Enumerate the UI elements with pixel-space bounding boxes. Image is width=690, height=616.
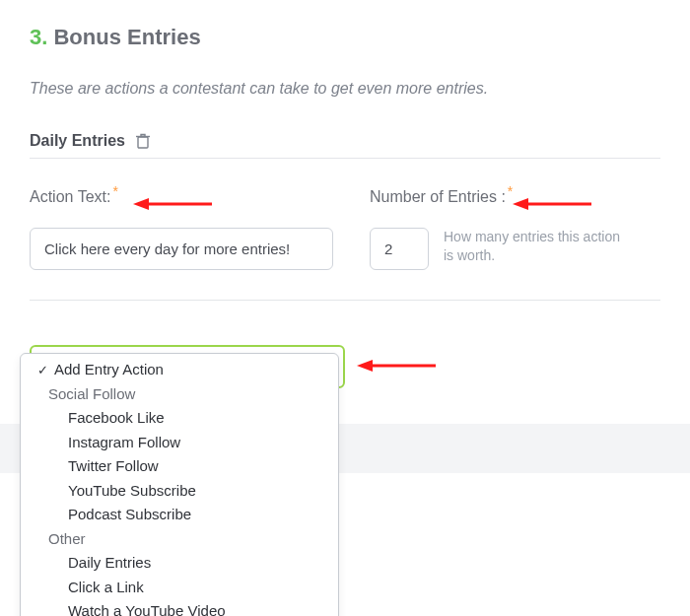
required-asterisk: *	[508, 183, 513, 199]
num-entries-label: Number of Entries :	[370, 188, 506, 205]
action-text-label: Action Text:	[30, 188, 110, 205]
add-entry-action-dropdown[interactable]: ✓ Add Entry Action Social Follow Faceboo…	[20, 353, 339, 616]
dropdown-item-label: Add Entry Action	[54, 359, 164, 381]
dropdown-item[interactable]: Facebook Like	[21, 406, 338, 431]
num-entries-hint: How many entries this action is worth.	[444, 228, 631, 265]
section-heading: 3. Bonus Entries	[30, 25, 660, 50]
dropdown-item-selected[interactable]: ✓ Add Entry Action	[21, 358, 338, 382]
subsection-title: Daily Entries	[30, 132, 125, 150]
svg-marker-8	[357, 360, 373, 372]
dropdown-item[interactable]: Click a Link	[21, 576, 338, 600]
annotation-arrow	[357, 358, 436, 377]
dropdown-item[interactable]: Podcast Subscribe	[21, 503, 338, 527]
section-number: 3.	[30, 25, 47, 49]
section-title: Bonus Entries	[53, 25, 200, 49]
required-asterisk: *	[112, 183, 117, 199]
divider	[30, 158, 660, 159]
action-text-input[interactable]	[30, 228, 333, 270]
dropdown-item[interactable]: Daily Entries	[21, 551, 338, 576]
dropdown-group-label: Other	[21, 527, 338, 552]
svg-rect-0	[138, 137, 148, 148]
dropdown-item[interactable]: Instagram Follow	[21, 431, 338, 455]
divider	[30, 300, 660, 301]
dropdown-item[interactable]: YouTube Subscribe	[21, 479, 338, 504]
dropdown-item[interactable]: Watch a YouTube Video	[21, 599, 338, 616]
dropdown-group-label: Social Follow	[21, 382, 338, 407]
dropdown-item[interactable]: Twitter Follow	[21, 454, 338, 479]
check-icon: ✓	[36, 361, 48, 380]
num-entries-input[interactable]	[370, 228, 429, 270]
delete-icon[interactable]	[135, 132, 151, 150]
section-helper-text: These are actions a contestant can take …	[30, 80, 660, 98]
